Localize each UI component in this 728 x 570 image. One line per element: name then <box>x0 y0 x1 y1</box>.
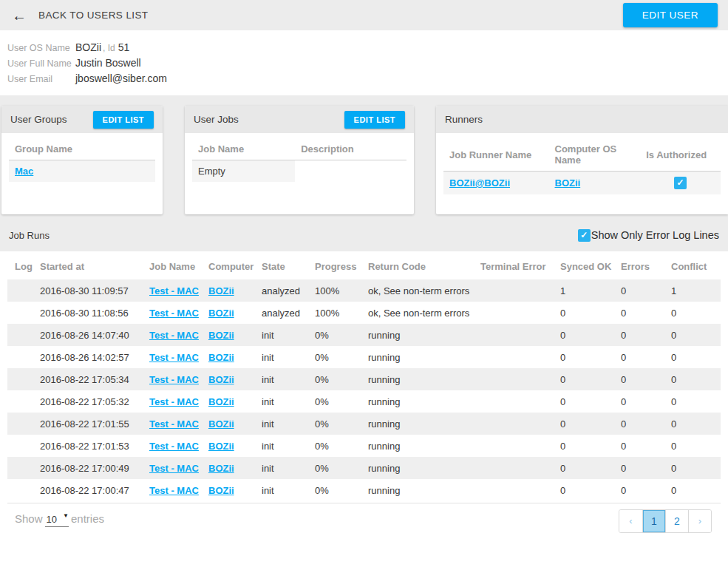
conflict-cell: 0 <box>667 368 721 390</box>
progress-cell: 0% <box>310 368 364 390</box>
job-name-link[interactable]: Test - MAC <box>149 285 199 296</box>
back-arrow-icon[interactable]: ← <box>12 8 27 23</box>
job-run-row: 2016-08-22 17:00:47 Test - MAC BOZii ini… <box>7 479 721 501</box>
entries-select[interactable]: 10▼ <box>45 514 69 527</box>
job-name-link[interactable]: Test - MAC <box>149 308 199 319</box>
job-name-link[interactable]: Test - MAC <box>149 330 199 341</box>
job-name-link[interactable]: Test - MAC <box>149 374 199 385</box>
job-run-row: 2016-08-22 17:01:53 Test - MAC BOZii ini… <box>7 435 721 457</box>
user-email-value: jboswell@siber.com <box>75 71 167 86</box>
computer-column-header: Computer <box>204 251 257 279</box>
group-row: Mac <box>9 160 155 183</box>
computer-link[interactable]: BOZii <box>208 330 234 341</box>
conflict-cell: 0 <box>667 390 721 413</box>
runner-computer-link[interactable]: BOZii <box>555 177 581 189</box>
job-runner-name-link[interactable]: BOZii@BOZii <box>449 177 510 189</box>
computer-os-name-column-header: Computer OS Name <box>549 140 641 172</box>
terminal-error-cell <box>476 368 556 390</box>
top-bar: ← BACK TO USERS LIST EDIT USER <box>0 0 728 30</box>
errors-cell: 0 <box>616 346 667 368</box>
job-runs-header-row: Log Started at Job Name Computer State P… <box>7 251 721 279</box>
log-cell <box>7 324 35 346</box>
synced-ok-cell: 0 <box>556 302 616 324</box>
computer-link[interactable]: BOZii <box>208 285 234 296</box>
job-name-link[interactable]: Test - MAC <box>149 418 199 430</box>
return-code-column-header: Return Code <box>364 251 476 279</box>
state-cell: init <box>257 346 310 368</box>
terminal-error-cell <box>476 479 556 501</box>
job-name-column-header: Job Name <box>192 140 295 160</box>
return-code-cell: running <box>364 390 476 413</box>
errors-cell: 0 <box>616 390 667 413</box>
pagination-prev-button[interactable]: ‹ <box>619 510 642 532</box>
return-code-cell: running <box>364 346 476 368</box>
user-info-section: User OS Name BOZii , Id 51 User Full Nam… <box>0 30 728 95</box>
computer-link[interactable]: BOZii <box>208 441 234 452</box>
runner-row: BOZii@BOZii BOZii ✓ <box>443 172 721 195</box>
terminal-error-cell <box>476 302 556 324</box>
return-code-cell: running <box>364 368 476 390</box>
job-name-link[interactable]: Test - MAC <box>149 441 199 452</box>
pagination: ‹ 1 2 › <box>619 509 712 533</box>
job-run-row: 2016-08-22 17:00:49 Test - MAC BOZii ini… <box>7 457 721 479</box>
job-run-row: 2016-08-26 14:02:57 Test - MAC BOZii ini… <box>7 346 721 368</box>
progress-cell: 0% <box>310 479 364 501</box>
computer-link[interactable]: BOZii <box>208 463 234 474</box>
table-footer: Show10▼entries ‹ 1 2 › <box>7 503 721 533</box>
is-authorized-checkbox[interactable]: ✓ <box>674 177 687 189</box>
return-code-cell: running <box>364 435 476 457</box>
state-cell: init <box>257 457 310 479</box>
job-name-link[interactable]: Test - MAC <box>149 485 199 496</box>
state-cell: analyzed <box>257 302 310 324</box>
dropdown-caret-icon: ▼ <box>63 512 69 519</box>
return-code-cell: running <box>364 457 476 479</box>
conflict-cell: 0 <box>667 457 721 479</box>
user-os-name-row: User OS Name BOZii , Id 51 <box>7 40 721 55</box>
log-cell <box>7 413 35 435</box>
show-only-error-log-lines-checkbox[interactable]: ✓ <box>578 229 591 242</box>
computer-link[interactable]: BOZii <box>208 374 234 385</box>
conflict-cell: 0 <box>667 479 721 501</box>
job-name-link[interactable]: Test - MAC <box>149 396 199 407</box>
user-jobs-edit-list-button[interactable]: EDIT LIST <box>344 111 405 129</box>
pagination-next-button[interactable]: › <box>688 510 711 532</box>
description-column-header: Description <box>295 140 406 160</box>
user-job-row: Empty <box>192 160 406 183</box>
runners-header: Runners <box>436 106 728 133</box>
log-cell <box>7 479 35 501</box>
terminal-error-cell <box>476 457 556 479</box>
return-code-cell: ok, See non-term errors <box>364 279 476 302</box>
user-email-label: User Email <box>7 72 75 86</box>
job-name-link[interactable]: Test - MAC <box>149 463 199 474</box>
group-name-link[interactable]: Mac <box>15 166 33 177</box>
synced-ok-cell: 0 <box>556 324 616 346</box>
started-at-cell: 2016-08-22 17:00:47 <box>35 479 145 501</box>
computer-link[interactable]: BOZii <box>208 396 234 407</box>
computer-link[interactable]: BOZii <box>208 418 234 430</box>
terminal-error-cell <box>476 279 556 302</box>
user-os-name-label: User OS Name <box>7 41 75 55</box>
computer-link[interactable]: BOZii <box>208 352 234 363</box>
pagination-page-2-button[interactable]: 2 <box>665 510 688 532</box>
log-column-header: Log <box>7 251 35 279</box>
started-at-cell: 2016-08-26 14:07:40 <box>35 324 145 346</box>
return-code-cell: running <box>364 479 476 501</box>
computer-link[interactable]: BOZii <box>208 308 234 319</box>
progress-cell: 100% <box>310 302 364 324</box>
conflict-cell: 0 <box>667 346 721 368</box>
job-name-link[interactable]: Test - MAC <box>149 352 199 363</box>
user-groups-edit-list-button[interactable]: EDIT LIST <box>93 111 154 129</box>
user-id-label: , Id <box>103 41 115 55</box>
started-at-cell: 2016-08-30 11:09:57 <box>35 279 145 302</box>
job-run-row: 2016-08-30 11:09:57 Test - MAC BOZii ana… <box>7 279 721 302</box>
user-jobs-title: User Jobs <box>194 114 239 125</box>
started-at-cell: 2016-08-22 17:05:32 <box>35 390 145 413</box>
job-runs-title: Job Runs <box>9 230 50 241</box>
job-name-column-header: Job Name <box>145 251 204 279</box>
errors-cell: 0 <box>616 302 667 324</box>
edit-user-button[interactable]: EDIT USER <box>623 3 718 27</box>
pagination-page-1-button[interactable]: 1 <box>642 510 665 532</box>
back-to-users-link[interactable]: BACK TO USERS LIST <box>38 10 149 21</box>
log-cell <box>7 279 35 302</box>
computer-link[interactable]: BOZii <box>208 485 234 496</box>
